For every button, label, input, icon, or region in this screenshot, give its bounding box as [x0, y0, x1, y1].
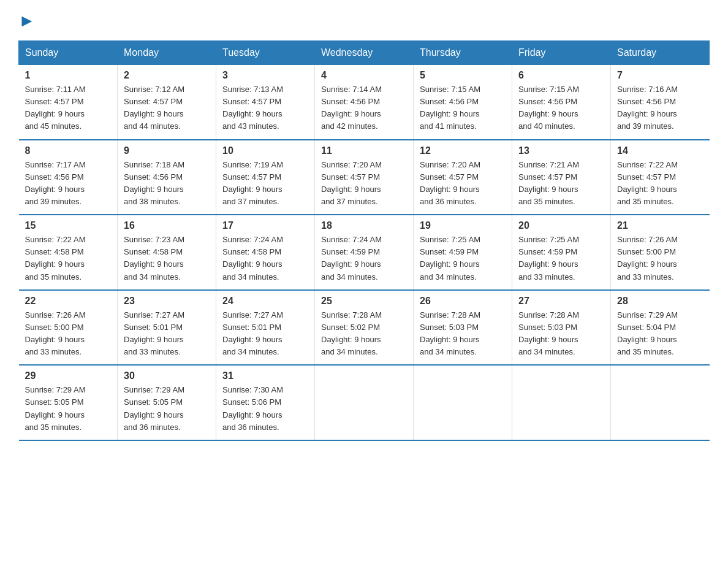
day-number: 2 — [124, 70, 210, 81]
calendar-cell — [512, 365, 611, 440]
calendar-cell: 10 Sunrise: 7:19 AMSunset: 4:57 PMDaylig… — [216, 140, 315, 215]
day-info: Sunrise: 7:27 AMSunset: 5:01 PMDaylight:… — [222, 309, 308, 359]
day-number: 26 — [420, 296, 506, 307]
day-info: Sunrise: 7:29 AMSunset: 5:04 PMDaylight:… — [617, 309, 703, 359]
day-info: Sunrise: 7:15 AMSunset: 4:56 PMDaylight:… — [518, 83, 604, 133]
calendar-cell: 27 Sunrise: 7:28 AMSunset: 5:03 PMDaylig… — [512, 290, 611, 366]
day-number: 16 — [124, 220, 210, 231]
day-number: 31 — [222, 370, 308, 381]
calendar-cell — [611, 365, 710, 440]
day-info: Sunrise: 7:16 AMSunset: 4:56 PMDaylight:… — [617, 83, 703, 133]
day-info: Sunrise: 7:30 AMSunset: 5:06 PMDaylight:… — [222, 384, 308, 434]
day-number: 14 — [617, 145, 703, 156]
day-info: Sunrise: 7:21 AMSunset: 4:57 PMDaylight:… — [518, 159, 604, 209]
logo-blue-text: ► — [18, 12, 36, 29]
day-number: 10 — [222, 145, 308, 156]
day-info: Sunrise: 7:26 AMSunset: 5:00 PMDaylight:… — [25, 309, 112, 359]
header: ► — [18, 12, 710, 29]
calendar-cell — [315, 365, 414, 440]
day-info: Sunrise: 7:29 AMSunset: 5:05 PMDaylight:… — [124, 384, 210, 434]
day-info: Sunrise: 7:20 AMSunset: 4:57 PMDaylight:… — [321, 159, 407, 209]
calendar-cell: 16 Sunrise: 7:23 AMSunset: 4:58 PMDaylig… — [118, 215, 216, 290]
header-day-friday: Friday — [512, 41, 611, 65]
header-day-saturday: Saturday — [611, 41, 710, 65]
day-number: 11 — [321, 145, 407, 156]
calendar-table: SundayMondayTuesdayWednesdayThursdayFrid… — [18, 40, 710, 441]
calendar-cell: 8 Sunrise: 7:17 AMSunset: 4:56 PMDayligh… — [19, 140, 118, 215]
calendar-cell: 26 Sunrise: 7:28 AMSunset: 5:03 PMDaylig… — [414, 290, 512, 366]
day-number: 27 — [518, 296, 604, 307]
day-info: Sunrise: 7:19 AMSunset: 4:57 PMDaylight:… — [222, 159, 308, 209]
day-number: 19 — [420, 220, 506, 231]
day-number: 20 — [518, 220, 604, 231]
day-number: 17 — [222, 220, 308, 231]
day-info: Sunrise: 7:11 AMSunset: 4:57 PMDaylight:… — [25, 83, 112, 133]
day-number: 12 — [420, 145, 506, 156]
day-number: 30 — [124, 370, 210, 381]
day-info: Sunrise: 7:12 AMSunset: 4:57 PMDaylight:… — [124, 83, 210, 133]
calendar-cell: 2 Sunrise: 7:12 AMSunset: 4:57 PMDayligh… — [118, 65, 216, 140]
calendar-cell: 28 Sunrise: 7:29 AMSunset: 5:04 PMDaylig… — [611, 290, 710, 366]
day-info: Sunrise: 7:26 AMSunset: 5:00 PMDaylight:… — [617, 234, 703, 283]
calendar-cell: 20 Sunrise: 7:25 AMSunset: 4:59 PMDaylig… — [512, 215, 611, 290]
day-number: 1 — [25, 70, 112, 81]
calendar-cell: 1 Sunrise: 7:11 AMSunset: 4:57 PMDayligh… — [19, 65, 118, 140]
header-day-monday: Monday — [118, 41, 216, 65]
day-info: Sunrise: 7:25 AMSunset: 4:59 PMDaylight:… — [518, 234, 604, 283]
calendar-cell: 3 Sunrise: 7:13 AMSunset: 4:57 PMDayligh… — [216, 65, 315, 140]
calendar-cell — [414, 365, 512, 440]
calendar-cell: 23 Sunrise: 7:27 AMSunset: 5:01 PMDaylig… — [118, 290, 216, 366]
day-number: 4 — [321, 70, 407, 81]
calendar-cell: 15 Sunrise: 7:22 AMSunset: 4:58 PMDaylig… — [19, 215, 118, 290]
calendar-header-row: SundayMondayTuesdayWednesdayThursdayFrid… — [19, 41, 710, 65]
calendar-week-row: 8 Sunrise: 7:17 AMSunset: 4:56 PMDayligh… — [19, 140, 710, 215]
calendar-cell: 19 Sunrise: 7:25 AMSunset: 4:59 PMDaylig… — [414, 215, 512, 290]
calendar-cell: 5 Sunrise: 7:15 AMSunset: 4:56 PMDayligh… — [414, 65, 512, 140]
day-number: 7 — [617, 70, 703, 81]
day-info: Sunrise: 7:28 AMSunset: 5:03 PMDaylight:… — [420, 309, 506, 359]
day-number: 3 — [222, 70, 308, 81]
calendar-cell: 12 Sunrise: 7:20 AMSunset: 4:57 PMDaylig… — [414, 140, 512, 215]
calendar-week-row: 15 Sunrise: 7:22 AMSunset: 4:58 PMDaylig… — [19, 215, 710, 290]
calendar-cell: 11 Sunrise: 7:20 AMSunset: 4:57 PMDaylig… — [315, 140, 414, 215]
day-info: Sunrise: 7:20 AMSunset: 4:57 PMDaylight:… — [420, 159, 506, 209]
day-info: Sunrise: 7:24 AMSunset: 4:58 PMDaylight:… — [222, 234, 308, 283]
day-number: 22 — [25, 296, 112, 307]
calendar-cell: 25 Sunrise: 7:28 AMSunset: 5:02 PMDaylig… — [315, 290, 414, 366]
day-number: 8 — [25, 145, 112, 156]
day-info: Sunrise: 7:29 AMSunset: 5:05 PMDaylight:… — [25, 384, 112, 434]
calendar-cell: 21 Sunrise: 7:26 AMSunset: 5:00 PMDaylig… — [611, 215, 710, 290]
day-number: 29 — [25, 370, 112, 381]
day-info: Sunrise: 7:25 AMSunset: 4:59 PMDaylight:… — [420, 234, 506, 283]
calendar-cell: 6 Sunrise: 7:15 AMSunset: 4:56 PMDayligh… — [512, 65, 611, 140]
day-number: 13 — [518, 145, 604, 156]
day-info: Sunrise: 7:22 AMSunset: 4:57 PMDaylight:… — [617, 159, 703, 209]
header-day-wednesday: Wednesday — [315, 41, 414, 65]
calendar-cell: 24 Sunrise: 7:27 AMSunset: 5:01 PMDaylig… — [216, 290, 315, 366]
calendar-week-row: 22 Sunrise: 7:26 AMSunset: 5:00 PMDaylig… — [19, 290, 710, 366]
calendar-cell: 22 Sunrise: 7:26 AMSunset: 5:00 PMDaylig… — [19, 290, 118, 366]
day-info: Sunrise: 7:28 AMSunset: 5:02 PMDaylight:… — [321, 309, 407, 359]
day-info: Sunrise: 7:18 AMSunset: 4:56 PMDaylight:… — [124, 159, 210, 209]
calendar-cell: 7 Sunrise: 7:16 AMSunset: 4:56 PMDayligh… — [611, 65, 710, 140]
day-info: Sunrise: 7:24 AMSunset: 4:59 PMDaylight:… — [321, 234, 407, 283]
day-info: Sunrise: 7:23 AMSunset: 4:58 PMDaylight:… — [124, 234, 210, 283]
calendar-cell: 13 Sunrise: 7:21 AMSunset: 4:57 PMDaylig… — [512, 140, 611, 215]
calendar-cell: 4 Sunrise: 7:14 AMSunset: 4:56 PMDayligh… — [315, 65, 414, 140]
header-day-sunday: Sunday — [19, 41, 118, 65]
day-number: 18 — [321, 220, 407, 231]
calendar-cell: 9 Sunrise: 7:18 AMSunset: 4:56 PMDayligh… — [118, 140, 216, 215]
day-info: Sunrise: 7:13 AMSunset: 4:57 PMDaylight:… — [222, 83, 308, 133]
logo: ► — [18, 12, 36, 29]
day-number: 24 — [222, 296, 308, 307]
calendar-cell: 29 Sunrise: 7:29 AMSunset: 5:05 PMDaylig… — [19, 365, 118, 440]
day-info: Sunrise: 7:17 AMSunset: 4:56 PMDaylight:… — [25, 159, 112, 209]
day-number: 25 — [321, 296, 407, 307]
calendar-cell: 17 Sunrise: 7:24 AMSunset: 4:58 PMDaylig… — [216, 215, 315, 290]
day-info: Sunrise: 7:15 AMSunset: 4:56 PMDaylight:… — [420, 83, 506, 133]
calendar-cell: 14 Sunrise: 7:22 AMSunset: 4:57 PMDaylig… — [611, 140, 710, 215]
day-info: Sunrise: 7:27 AMSunset: 5:01 PMDaylight:… — [124, 309, 210, 359]
day-number: 6 — [518, 70, 604, 81]
logo-text: ► — [18, 12, 36, 29]
day-number: 21 — [617, 220, 703, 231]
